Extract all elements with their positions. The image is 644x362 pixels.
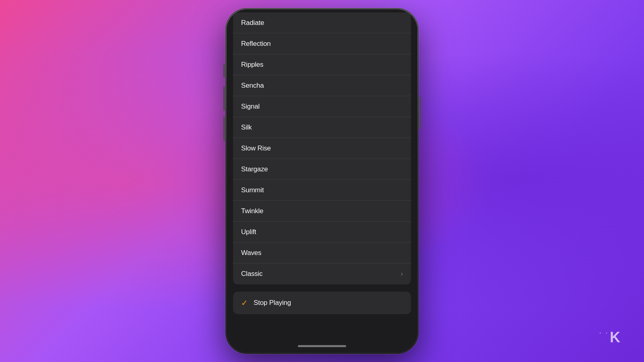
classic-chevron-icon: ›	[401, 270, 403, 278]
home-bar	[298, 345, 346, 347]
stop-playing-label: Stop Playing	[254, 299, 291, 307]
list-item-reflection[interactable]: Reflection	[233, 33, 411, 54]
list-item-classic[interactable]: Classic ›	[233, 263, 411, 284]
list-item-radiate[interactable]: Radiate	[233, 12, 411, 33]
list-item-stargaze[interactable]: Stargaze	[233, 159, 411, 180]
content-scroll: Radiate Reflection Ripples Sencha Signal	[227, 9, 417, 339]
list-item-uplift[interactable]: Uplift	[233, 222, 411, 243]
stop-playing-section: ✓ Stop Playing	[233, 292, 411, 314]
home-indicator	[227, 339, 417, 353]
phone-screen: Radiate Reflection Ripples Sencha Signal	[227, 9, 417, 353]
volume-down-button[interactable]	[223, 117, 225, 141]
list-item-sencha[interactable]: Sencha	[233, 75, 411, 96]
mute-button[interactable]	[223, 64, 225, 77]
stop-playing-button[interactable]: ✓ Stop Playing	[233, 292, 411, 314]
list-item-slow-rise[interactable]: Slow Rise	[233, 138, 411, 159]
screen-content: Radiate Reflection Ripples Sencha Signal	[227, 9, 417, 339]
phone-outer: Radiate Reflection Ripples Sencha Signal	[225, 8, 419, 354]
power-button[interactable]	[419, 97, 421, 129]
phone-wrapper: Radiate Reflection Ripples Sencha Signal	[225, 8, 419, 354]
volume-up-button[interactable]	[223, 86, 225, 111]
watermark-dots: · ·	[599, 330, 609, 336]
list-item-ripples[interactable]: Ripples	[233, 54, 411, 75]
knowtechie-watermark: · ·K	[599, 329, 620, 346]
list-item-twinkle[interactable]: Twinkle	[233, 201, 411, 222]
list-item-signal[interactable]: Signal	[233, 96, 411, 117]
list-item-silk[interactable]: Silk	[233, 117, 411, 138]
checkmark-icon: ✓	[241, 299, 248, 307]
watermark-letter: K	[610, 329, 620, 346]
ringtone-list-section: Radiate Reflection Ripples Sencha Signal	[233, 12, 411, 284]
list-item-summit[interactable]: Summit	[233, 180, 411, 201]
list-item-waves[interactable]: Waves	[233, 243, 411, 263]
